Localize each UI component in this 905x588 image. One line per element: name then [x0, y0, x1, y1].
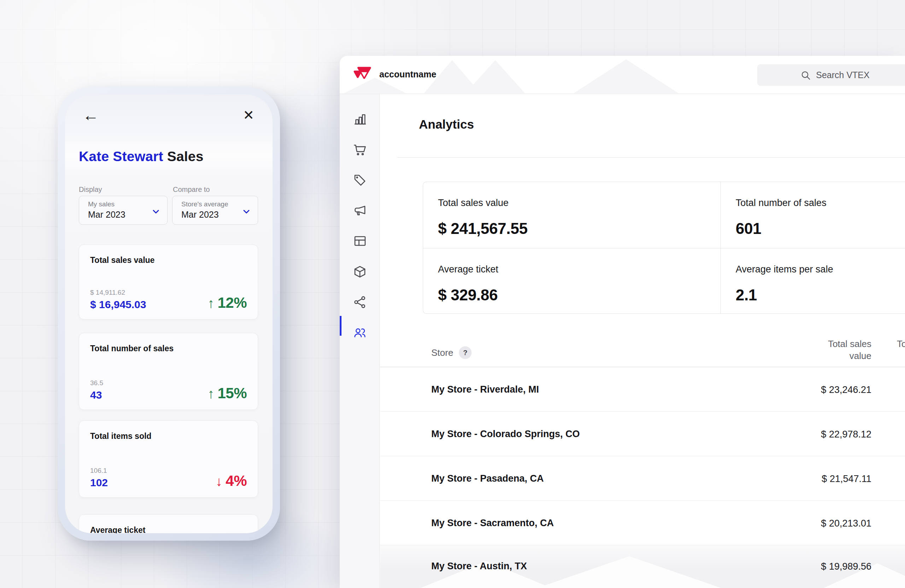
share-network-icon — [352, 295, 367, 309]
sidebar-item-storefront[interactable] — [352, 234, 367, 249]
phone-topbar: ← ✕ — [65, 94, 273, 142]
display-filter-label: Display — [79, 185, 102, 193]
metric-delta-percent: 4% — [225, 472, 247, 489]
help-icon[interactable]: ? — [459, 346, 472, 359]
metric-delta: ↑15% — [208, 385, 247, 402]
bar-chart-icon — [352, 112, 367, 127]
stat-total-sales-value: Total sales value $ 241,567.55 — [423, 182, 721, 248]
sidebar-item-orders[interactable] — [352, 142, 367, 157]
sidebar-item-users[interactable] — [352, 325, 367, 340]
users-icon — [352, 325, 367, 340]
page: ← ✕ Kate Stewart Sales Display Compare t… — [0, 0, 905, 588]
store-name: My Store - Pasadena, CA — [431, 473, 544, 484]
stat-average-items-per-sale: Average items per sale 2.1 — [721, 248, 905, 314]
compare-select-value: Mar 2023 — [181, 209, 219, 220]
metric-previous-value: $ 14,911.62 — [90, 289, 125, 296]
stat-average-ticket: Average ticket $ 329.86 — [423, 248, 721, 314]
stats-summary: Total sales value $ 241,567.55 Total num… — [423, 182, 905, 314]
column-header-label: Store — [431, 347, 453, 358]
metric-card-total-number-of-sales: Total number of sales 36.5 43 ↑15% — [79, 333, 258, 410]
page-title: Analytics — [419, 117, 474, 132]
metric-card-title: Average ticket — [90, 525, 145, 533]
sidebar-item-marketing[interactable] — [352, 203, 367, 218]
sidebar — [340, 94, 379, 588]
box-icon — [352, 264, 367, 279]
stores-table: Store ? Total sales value Total number o… — [380, 337, 905, 588]
divider — [397, 157, 905, 158]
megaphone-icon — [352, 203, 367, 218]
display-select-value: Mar 2023 — [88, 209, 125, 220]
stat-label: Average items per sale — [736, 264, 905, 275]
compare-filter-label: Compare to — [173, 185, 210, 193]
stat-label: Total sales value — [438, 198, 721, 209]
back-icon[interactable]: ← — [83, 107, 99, 123]
metric-current-value: 43 — [90, 389, 102, 401]
display-select[interactable]: My sales Mar 2023 — [79, 196, 168, 225]
metric-card-total-sales-value: Total sales value $ 14,911.62 $ 16,945.0… — [79, 244, 258, 319]
store-name: My Store - Austin, TX — [431, 561, 527, 572]
sidebar-item-promotions[interactable] — [352, 173, 367, 188]
metric-previous-value: 36.5 — [90, 379, 103, 387]
metric-delta: ↓4% — [216, 472, 247, 490]
layout-icon — [352, 234, 367, 249]
store-total-sales-value: $ 21,547.11 — [822, 474, 872, 485]
stat-total-number-of-sales: Total number of sales 601 — [721, 182, 905, 248]
table-row[interactable]: My Store - Sacramento, CA $ 20,213.01 — [380, 501, 905, 545]
chevron-down-icon — [151, 207, 161, 218]
tag-icon — [352, 173, 367, 188]
metric-card-average-ticket: Average ticket — [79, 515, 258, 533]
metric-card-title: Total number of sales — [90, 344, 173, 353]
stat-value: $ 241,567.55 — [438, 220, 721, 238]
phone-screen: ← ✕ Kate Stewart Sales Display Compare t… — [65, 94, 273, 533]
vtex-logo[interactable] — [352, 65, 372, 85]
sidebar-item-integrations[interactable] — [352, 295, 367, 309]
column-header-total-number-of-sales: Total number of sales — [897, 338, 905, 350]
stat-label: Total number of sales — [736, 198, 905, 209]
compare-select[interactable]: Store's average Mar 2023 — [172, 196, 258, 225]
store-name: My Store - Sacramento, CA — [431, 518, 554, 529]
table-row[interactable]: My Store - Colorado Springs, CO $ 22,978… — [380, 412, 905, 456]
stat-value: $ 329.86 — [438, 286, 721, 304]
metric-card-title: Total sales value — [90, 255, 154, 265]
table-row[interactable]: My Store - Pasadena, CA $ 21,547.11 — [380, 456, 905, 501]
arrow-up-icon: ↑ — [208, 386, 214, 401]
compare-select-option: Store's average — [181, 200, 228, 208]
stat-label: Average ticket — [438, 264, 721, 275]
sidebar-item-catalog[interactable] — [352, 264, 367, 279]
page-title-suffix: Sales — [164, 149, 204, 164]
sidebar-item-analytics[interactable] — [352, 112, 367, 127]
account-name[interactable]: accountname — [379, 69, 436, 79]
arrow-up-icon: ↑ — [208, 296, 214, 311]
phone-mockup: ← ✕ Kate Stewart Sales Display Compare t… — [58, 87, 280, 540]
close-icon[interactable]: ✕ — [243, 108, 254, 122]
metric-current-value: $ 16,945.03 — [90, 299, 146, 311]
chevron-down-icon — [241, 207, 251, 218]
shopping-cart-icon — [352, 142, 367, 157]
stat-value: 601 — [736, 220, 905, 238]
page-title: Kate Stewart Sales — [79, 149, 204, 164]
metric-current-value: 102 — [90, 477, 108, 489]
metric-card-title: Total items sold — [90, 431, 151, 441]
table-header: Store ? Total sales value Total number o… — [380, 337, 905, 367]
metric-previous-value: 106.1 — [90, 467, 107, 475]
metric-delta-percent: 15% — [218, 385, 247, 401]
admin-window: accountname Search VTEX — [340, 56, 905, 588]
store-name: My Store - Riverdale, MI — [431, 384, 539, 395]
search-icon — [800, 70, 811, 81]
metric-delta-percent: 12% — [218, 294, 247, 311]
arrow-down-icon: ↓ — [216, 474, 222, 489]
analytics-page: Analytics Total sales value $ 241,567.55… — [380, 94, 905, 588]
table-row[interactable]: My Store - Austin, TX $ 19,989.56 — [380, 545, 905, 588]
display-select-option: My sales — [88, 200, 114, 208]
table-row[interactable]: My Store - Riverdale, MI $ 23,246.21 — [380, 367, 905, 412]
metric-card-total-items-sold: Total items sold 106.1 102 ↓4% — [79, 420, 258, 498]
search-placeholder: Search VTEX — [816, 70, 869, 80]
store-name: My Store - Colorado Springs, CO — [431, 429, 580, 440]
store-total-sales-value: $ 20,213.01 — [821, 518, 872, 529]
store-total-sales-value: $ 23,246.21 — [821, 385, 872, 395]
metric-delta: ↑12% — [208, 294, 247, 311]
stat-value: 2.1 — [736, 286, 905, 304]
store-total-sales-value: $ 22,978.12 — [821, 429, 872, 440]
search-input[interactable]: Search VTEX — [757, 64, 905, 86]
salesperson-name: Kate Stewart — [79, 149, 164, 164]
